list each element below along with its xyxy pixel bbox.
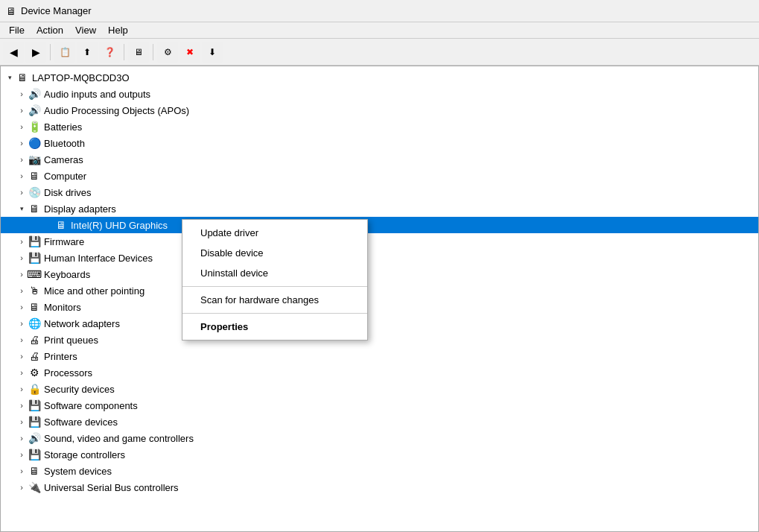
tree-item-mice[interactable]: ›🖱Mice and other pointing [1, 282, 758, 299]
tree-item-batteries[interactable]: ›🔋Batteries [1, 118, 758, 135]
batteries-icon: 🔋 [28, 120, 41, 133]
back-button[interactable]: ◀ [3, 42, 24, 63]
expand-arrow-display-adapters[interactable]: ▾ [16, 203, 28, 215]
tree-root[interactable]: ▾ 🖥 LAPTOP-MQBCDD3O [1, 69, 758, 86]
disk-drives-icon: 💿 [28, 186, 41, 199]
title-text: Device Manager [21, 5, 92, 16]
tree-item-audio-processing[interactable]: ›🔊Audio Processing Objects (APOs) [1, 102, 758, 118]
expand-arrow-sound-video[interactable]: › [16, 432, 28, 444]
ctx-uninstall-device[interactable]: Uninstall device [182, 263, 367, 283]
ctx-scan-hardware[interactable]: Scan for hardware changes [182, 290, 367, 310]
uninstall-button[interactable]: ✖ [180, 42, 200, 63]
disable-button[interactable]: ⬇ [202, 42, 223, 63]
expand-arrow-computer[interactable]: › [16, 170, 28, 182]
expand-arrow-disk-drives[interactable]: › [16, 186, 28, 198]
expand-arrow-keyboards[interactable]: › [16, 268, 28, 280]
network-adapters-icon: 🌐 [28, 317, 41, 330]
expand-arrow-batteries[interactable]: › [16, 121, 28, 133]
tree-item-keyboards[interactable]: ›⌨Keyboards [1, 266, 758, 282]
sound-video-label: Sound, video and game controllers [44, 433, 194, 444]
tree-item-audio-inputs[interactable]: ›🔊Audio inputs and outputs [1, 86, 758, 102]
expand-arrow-system-devices[interactable]: › [16, 465, 28, 477]
app-icon: 🖥 [6, 5, 16, 17]
system-devices-label: System devices [44, 466, 112, 477]
title-bar: 🖥 Device Manager [0, 0, 759, 22]
expand-arrow-printers[interactable]: › [16, 350, 28, 362]
root-expand-arrow[interactable]: ▾ [4, 72, 16, 83]
ctx-properties[interactable]: Properties [182, 317, 367, 337]
tree-item-sound-video[interactable]: ›🔊Sound, video and game controllers [1, 430, 758, 446]
print-queues-label: Print queues [44, 335, 98, 346]
expand-arrow-network-adapters[interactable]: › [16, 317, 28, 329]
keyboards-label: Keyboards [44, 269, 90, 280]
menu-action[interactable]: Action [31, 23, 69, 37]
tree-item-usb-controllers[interactable]: ›🔌Universal Serial Bus controllers [1, 479, 758, 495]
expand-arrow-hid[interactable]: › [16, 252, 28, 264]
system-devices-icon: 🖥 [28, 464, 41, 478]
expand-arrow-monitors[interactable]: › [16, 301, 28, 313]
tree-item-printers[interactable]: ›🖨Printers [1, 348, 758, 364]
audio-inputs-icon: 🔊 [28, 87, 41, 101]
tree-item-hid[interactable]: ›💾Human Interface Devices [1, 250, 758, 266]
computer-label: Computer [44, 171, 86, 182]
expand-arrow-software-components[interactable]: › [16, 399, 28, 411]
expand-arrow-processors[interactable]: › [16, 367, 28, 379]
expand-arrow-firmware[interactable]: › [16, 235, 28, 247]
toolbar-sep-3 [153, 44, 153, 60]
menu-help[interactable]: Help [102, 23, 134, 37]
expand-arrow-storage-controllers[interactable]: › [16, 449, 28, 460]
security-devices-label: Security devices [44, 384, 115, 395]
expand-arrow-mice[interactable]: › [16, 285, 28, 297]
update-driver-button[interactable]: ⬆ [77, 42, 98, 63]
storage-controllers-label: Storage controllers [44, 449, 125, 460]
network-adapters-label: Network adapters [44, 318, 120, 329]
hid-icon: 💾 [28, 251, 41, 265]
tree-item-software-devices[interactable]: ›💾Software devices [1, 414, 758, 430]
menu-file[interactable]: File [3, 23, 31, 37]
printers-icon: 🖨 [28, 349, 41, 363]
ctx-update-driver[interactable]: Update driver [182, 223, 367, 243]
intel-uhd-label: Intel(R) UHD Graphics [71, 220, 168, 231]
menu-view[interactable]: View [69, 23, 102, 37]
tree-item-software-components[interactable]: ›💾Software components [1, 397, 758, 414]
ctx-disable-device[interactable]: Disable device [182, 243, 367, 263]
tree-item-processors[interactable]: ›⚙Processors [1, 364, 758, 381]
expand-arrow-bluetooth[interactable]: › [16, 137, 28, 149]
cameras-icon: 📷 [28, 153, 41, 166]
help-button[interactable]: ❓ [99, 42, 120, 63]
tree-item-computer[interactable]: ›🖥Computer [1, 168, 758, 184]
tree-item-network-adapters[interactable]: ›🌐Network adapters [1, 315, 758, 332]
expand-arrow-intel-uhd[interactable] [42, 219, 54, 231]
tree-item-firmware[interactable]: ›💾Firmware [1, 233, 758, 250]
tree-item-display-adapters[interactable]: ▾🖥Display adapters [1, 200, 758, 217]
menu-bar: File Action View Help [0, 22, 759, 39]
software-components-icon: 💾 [28, 399, 41, 412]
mice-icon: 🖱 [28, 284, 41, 297]
tree-item-bluetooth[interactable]: ›🔵Bluetooth [1, 135, 758, 151]
software-components-label: Software components [44, 400, 138, 411]
expand-arrow-audio-processing[interactable]: › [16, 104, 28, 116]
tree-item-disk-drives[interactable]: ›💿Disk drives [1, 184, 758, 200]
properties-button[interactable]: 📋 [54, 42, 75, 63]
tree-item-print-queues[interactable]: ›🖨Print queues [1, 332, 758, 348]
tree-item-cameras[interactable]: ›📷Cameras [1, 151, 758, 168]
expand-arrow-usb-controllers[interactable]: › [16, 481, 28, 493]
tree-item-storage-controllers[interactable]: ›💾Storage controllers [1, 446, 758, 463]
device-tree[interactable]: ▾ 🖥 LAPTOP-MQBCDD3O ›🔊Audio inputs and o… [1, 66, 758, 531]
tree-item-intel-uhd[interactable]: 🖥Intel(R) UHD Graphics [1, 217, 758, 233]
security-devices-icon: 🔒 [28, 382, 41, 396]
scan-hardware-button[interactable]: 🖥 [128, 42, 149, 63]
expand-arrow-print-queues[interactable]: › [16, 334, 28, 346]
expand-arrow-audio-inputs[interactable]: › [16, 88, 28, 100]
display-adapters-icon: 🖥 [28, 202, 41, 215]
tree-item-system-devices[interactable]: ›🖥System devices [1, 463, 758, 479]
tree-item-monitors[interactable]: ›🖥Monitors [1, 299, 758, 315]
expand-arrow-software-devices[interactable]: › [16, 416, 28, 428]
expand-arrow-cameras[interactable]: › [16, 153, 28, 165]
expand-arrow-security-devices[interactable]: › [16, 383, 28, 395]
tree-item-security-devices[interactable]: ›🔒Security devices [1, 381, 758, 397]
forward-button[interactable]: ▶ [25, 42, 46, 63]
add-device-button[interactable]: ⚙ [157, 42, 178, 63]
hid-label: Human Interface Devices [44, 253, 153, 264]
disk-drives-label: Disk drives [44, 187, 92, 198]
